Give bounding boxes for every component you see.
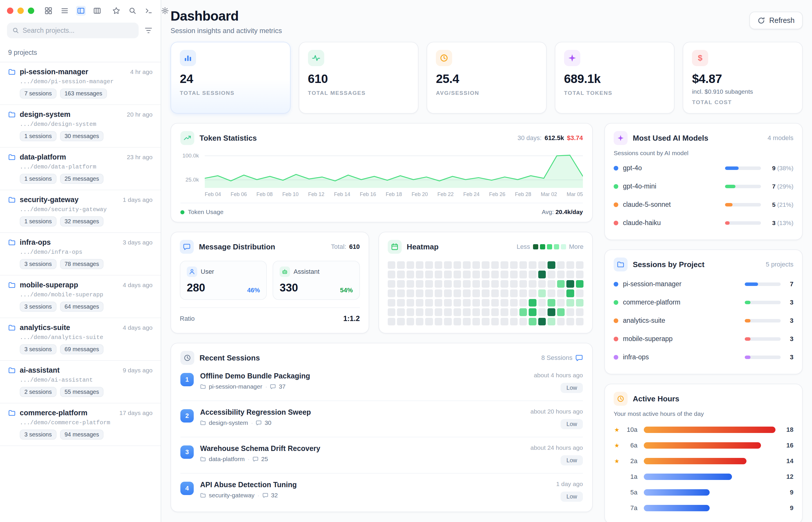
heatmap-cell[interactable] [435, 299, 442, 306]
project-list-item[interactable]: security-gateway 1 days ago .../demo/sec… [0, 190, 161, 233]
heatmap-cell[interactable] [482, 299, 489, 306]
heatmap-cell[interactable] [463, 308, 470, 316]
heatmap-cell[interactable] [416, 280, 423, 288]
stat-card-total-cost[interactable]: $ $4.87 incl. $0.910 subagents TOTAL COS… [683, 42, 803, 114]
session-list-item[interactable]: 2 Accessibility Regression Sweep design-… [180, 401, 583, 437]
search-input[interactable] [23, 27, 134, 35]
heatmap-cell[interactable] [501, 261, 508, 269]
heatmap-cell[interactable] [435, 308, 442, 316]
heatmap-cell[interactable] [435, 261, 442, 269]
project-list-item[interactable]: pi-session-manager 4 hr ago .../demo/pi-… [0, 62, 161, 105]
stat-card-avg-session[interactable]: 25.4 AVG/SESSION [427, 42, 547, 114]
heatmap-cell[interactable] [501, 270, 508, 278]
heatmap-cell[interactable] [491, 299, 499, 306]
heatmap-cell[interactable] [388, 308, 395, 316]
heatmap-cell[interactable] [529, 289, 536, 297]
heatmap-cell[interactable] [425, 289, 433, 297]
heatmap-cell[interactable] [510, 280, 517, 288]
terminal-icon[interactable] [144, 6, 154, 16]
heatmap-cell[interactable] [501, 280, 508, 288]
heatmap-cell[interactable] [557, 289, 565, 297]
heatmap-cell[interactable] [520, 289, 527, 297]
heatmap-cell[interactable] [444, 270, 451, 278]
heatmap-cell[interactable] [453, 280, 461, 288]
heatmap-cell[interactable] [397, 280, 405, 288]
heatmap-cell[interactable] [576, 270, 584, 278]
heatmap-cell[interactable] [566, 280, 574, 288]
heatmap-cell[interactable] [435, 289, 442, 297]
heatmap-cell[interactable] [444, 261, 451, 269]
heatmap-cell[interactable] [407, 270, 414, 278]
heatmap-cell[interactable] [472, 318, 480, 325]
heatmap-cell[interactable] [520, 270, 527, 278]
heatmap-cell[interactable] [444, 289, 451, 297]
list-view-icon[interactable] [60, 6, 69, 16]
heatmap-cell[interactable] [566, 308, 574, 316]
heatmap-cell[interactable] [510, 289, 517, 297]
heatmap-cell[interactable] [453, 299, 461, 306]
heatmap-cell[interactable] [407, 308, 414, 316]
heatmap-cell[interactable] [407, 299, 414, 306]
heatmap-cell[interactable] [472, 299, 480, 306]
heatmap-cell[interactable] [491, 308, 499, 316]
heatmap-cell[interactable] [576, 318, 584, 325]
heatmap-cell[interactable] [501, 308, 508, 316]
heatmap-cell[interactable] [397, 299, 405, 306]
heatmap-cell[interactable] [491, 318, 499, 325]
heatmap-cell[interactable] [463, 289, 470, 297]
heatmap-cell[interactable] [566, 270, 574, 278]
heatmap-cell[interactable] [463, 270, 470, 278]
heatmap-cell[interactable] [538, 261, 546, 269]
project-list-item[interactable]: commerce-platform 17 days ago .../demo/c… [0, 403, 161, 446]
heatmap-cell[interactable] [435, 318, 442, 325]
heatmap-cell[interactable] [529, 261, 536, 269]
heatmap-cell[interactable] [510, 299, 517, 306]
heatmap-cell[interactable] [416, 289, 423, 297]
heatmap-cell[interactable] [453, 318, 461, 325]
heatmap-cell[interactable] [576, 299, 584, 306]
stat-card-total-sessions[interactable]: 24 TOTAL SESSIONS [170, 42, 290, 114]
heatmap-cell[interactable] [557, 280, 565, 288]
heatmap-cell[interactable] [482, 318, 489, 325]
heatmap-cell[interactable] [416, 308, 423, 316]
heatmap-cell[interactable] [491, 289, 499, 297]
heatmap-cell[interactable] [453, 308, 461, 316]
project-list-item[interactable]: analytics-suite 4 days ago .../demo/anal… [0, 318, 161, 361]
grid-view-icon[interactable] [43, 6, 53, 16]
heatmap-cell[interactable] [397, 318, 405, 325]
heatmap-cell[interactable] [397, 289, 405, 297]
filter-icon[interactable] [143, 25, 154, 36]
stat-card-total-tokens[interactable]: 689.1k TOTAL TOKENS [555, 42, 675, 114]
heatmap-cell[interactable] [425, 261, 433, 269]
heatmap-cell[interactable] [463, 280, 470, 288]
heatmap-cell[interactable] [510, 318, 517, 325]
heatmap-cell[interactable] [472, 280, 480, 288]
heatmap-cell[interactable] [576, 289, 584, 297]
heatmap-cell[interactable] [566, 289, 574, 297]
heatmap-cell[interactable] [435, 270, 442, 278]
heatmap-cell[interactable] [520, 308, 527, 316]
heatmap-cell[interactable] [416, 299, 423, 306]
heatmap-cell[interactable] [538, 299, 546, 306]
project-list-item[interactable]: ai-assistant 9 days ago .../demo/ai-assi… [0, 361, 161, 403]
heatmap-cell[interactable] [425, 318, 433, 325]
heatmap-cell[interactable] [566, 261, 574, 269]
heatmap-cell[interactable] [444, 308, 451, 316]
heatmap-cell[interactable] [407, 261, 414, 269]
heatmap-cell[interactable] [491, 261, 499, 269]
session-list-item[interactable]: 3 Warehouse Schema Drift Recovery data-p… [180, 437, 583, 474]
project-list-item[interactable]: infra-ops 3 days ago .../demo/infra-ops … [0, 233, 161, 276]
search-icon[interactable] [128, 6, 138, 16]
heatmap-cell[interactable] [520, 299, 527, 306]
heatmap-cell[interactable] [388, 299, 395, 306]
heatmap-cell[interactable] [397, 308, 405, 316]
heatmap-cell[interactable] [548, 289, 555, 297]
heatmap-cell[interactable] [520, 261, 527, 269]
heatmap-cell[interactable] [388, 289, 395, 297]
heatmap-cell[interactable] [472, 270, 480, 278]
heatmap-cell[interactable] [576, 280, 584, 288]
star-icon[interactable] [111, 6, 121, 16]
heatmap-cell[interactable] [548, 299, 555, 306]
heatmap-cell[interactable] [510, 270, 517, 278]
heatmap-cell[interactable] [482, 280, 489, 288]
